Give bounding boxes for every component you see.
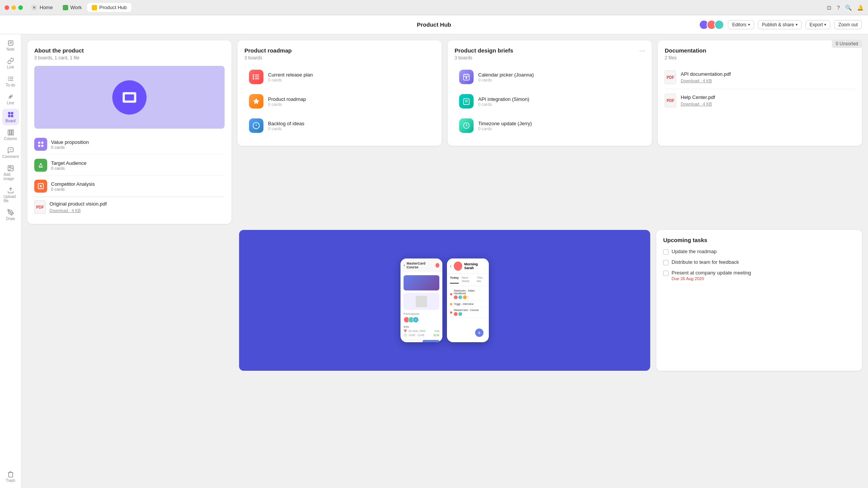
dot-1	[450, 293, 452, 295]
svg-rect-9	[11, 115, 13, 117]
maximize-button[interactable]	[18, 5, 23, 10]
product-roadmap-meta: 0 cards	[268, 102, 306, 107]
unsorted-badge[interactable]: 0 Unsorted	[832, 40, 862, 48]
timezone-update-icon	[459, 118, 474, 133]
editor-avatars	[701, 20, 724, 30]
timezone-update-item[interactable]: Timezone update (Jerry) 0 cards	[455, 115, 645, 137]
titlebar: ✕ Home Work Product Hub ⊡ ? 🔍 🔔	[0, 0, 868, 15]
tab-hub[interactable]: Product Hub	[87, 3, 131, 12]
minimize-button[interactable]	[11, 5, 16, 10]
competitor-analysis-meta: 0 cards	[51, 187, 225, 191]
bottom-row: ‹ MasterCard Course Participants	[27, 230, 862, 371]
product-roadmap-name: Product roadmap	[268, 96, 306, 102]
product-roadmap-item[interactable]: Product roadmap 0 cards	[244, 90, 435, 112]
mock-reschedule-btn[interactable]: Reschedule	[404, 340, 421, 342]
design-card-title-group: Product design briefs 3 boards	[455, 47, 513, 66]
publish-share-button[interactable]: Publish & share ▾	[758, 20, 802, 29]
svg-point-29	[41, 165, 43, 166]
sidebar-item-column[interactable]: Column	[2, 127, 19, 143]
current-release-icon	[249, 70, 263, 84]
mock-date-value: 20 June, 2020	[408, 330, 425, 333]
task-check-3[interactable]	[663, 271, 669, 276]
mock-list-item-3: MasterCard - Course	[450, 307, 486, 318]
sidebar-item-add-image[interactable]: Add image	[2, 163, 19, 183]
mock-participants-label: Participants	[404, 312, 439, 316]
sidebar-item-upload[interactable]: Upload file	[2, 185, 19, 205]
help-icon[interactable]: ?	[837, 5, 840, 11]
sidebar-label-add-image: Add image	[4, 172, 18, 181]
target-audience-item[interactable]: Target Audience 0 cards	[34, 155, 225, 176]
backlog-item[interactable]: Backlog of ideas 0 cards	[244, 115, 435, 137]
competitor-analysis-icon	[34, 180, 47, 193]
competitor-analysis-item[interactable]: Competitor Analysis 0 cards	[34, 176, 225, 197]
documentation-subtitle: 2 files	[665, 55, 855, 61]
mock-fab[interactable]: +	[475, 329, 483, 337]
comment-icon	[7, 147, 14, 154]
pdf-download-link[interactable]: Download · 4 KB	[49, 208, 81, 213]
mock-tab-today[interactable]: Today	[450, 276, 459, 284]
add-image-icon	[7, 165, 14, 172]
svg-rect-23	[41, 142, 43, 144]
tab-work[interactable]: Work	[58, 3, 86, 12]
sidebar-item-comment[interactable]: Comment	[2, 145, 19, 161]
calendar-picker-name: Calendar picker (Joanna)	[478, 72, 534, 78]
target-audience-icon	[34, 159, 47, 172]
sidebar-item-draw[interactable]: Draw	[2, 207, 19, 223]
device-icon[interactable]: ⊡	[827, 5, 831, 11]
design-card-subtitle: 3 boards	[455, 55, 513, 61]
design-card-menu[interactable]: ···	[639, 47, 645, 54]
mock-list-item-1-content: Starbucks - Sales Handbook •	[454, 289, 486, 299]
task-check-2[interactable]	[663, 260, 669, 265]
todo-icon	[7, 75, 14, 82]
mock-screen-1-title: MasterCard Course	[407, 262, 434, 269]
svg-rect-24	[38, 145, 40, 147]
sidebar-label-column: Column	[4, 137, 17, 141]
bottom-left-spacer	[27, 230, 233, 371]
upcoming-tasks-card: Upcoming tasks Update the roadmap Distri…	[656, 230, 862, 371]
sidebar-item-todo[interactable]: To-do	[2, 73, 19, 89]
svg-point-26	[40, 163, 42, 165]
help-center-item[interactable]: PDF Help Center.pdf Download · 4 KB	[665, 89, 855, 112]
help-center-download[interactable]: Download · 4 KB	[681, 102, 712, 106]
publish-chevron: ▾	[796, 22, 798, 27]
search-icon[interactable]: 🔍	[845, 5, 852, 11]
sidebar-item-trash[interactable]: Trash	[2, 469, 19, 485]
mock-add-class-btn[interactable]: Add Class	[423, 340, 439, 342]
mock-back-2: ‹	[450, 263, 452, 269]
value-proposition-item[interactable]: Value proposition 0 cards	[34, 134, 225, 155]
notification-icon[interactable]: 🔔	[857, 5, 863, 11]
about-pdf-item[interactable]: PDF Original product vision.pdf Download…	[34, 197, 225, 217]
api-doc-item[interactable]: PDF API documentation.pdf Download · 4 K…	[665, 66, 855, 89]
close-button[interactable]	[5, 5, 9, 10]
backlog-info: Backlog of ideas 0 cards	[268, 121, 304, 131]
svg-point-28	[39, 165, 40, 166]
sidebar-item-line[interactable]: Line	[2, 91, 19, 107]
sidebar-label-upload: Upload file	[4, 195, 18, 203]
mock-tab-next-week[interactable]: Next Week	[462, 276, 474, 284]
mock-screen-2: ‹ Morning Sarah Today Next Week This Mo	[447, 258, 489, 342]
task-item-3: Present at company update meeting Due 26…	[663, 270, 855, 281]
sidebar-item-note[interactable]: Note	[2, 37, 19, 54]
sidebar-item-link[interactable]: Link	[2, 55, 19, 72]
app-title: Product Hub	[417, 21, 451, 28]
tab-home[interactable]: ✕ Home	[27, 3, 57, 12]
mock-list-text-2: Yoggl - Interview	[454, 303, 474, 305]
export-button[interactable]: Export ▾	[806, 20, 831, 29]
api-doc-download[interactable]: Download · 4 KB	[681, 78, 712, 83]
mock-list-avatars-1: •	[454, 295, 486, 299]
mock-screens-container: ‹ MasterCard Course Participants	[400, 258, 489, 342]
api-integration-item[interactable]: API integration (Simon) 0 cards	[455, 90, 645, 112]
mock-info-label: Info	[404, 325, 439, 329]
about-card-image	[34, 66, 225, 129]
task-check-1[interactable]	[663, 249, 669, 255]
mock-back-btn: ‹	[404, 263, 405, 268]
api-integration-icon	[459, 94, 474, 108]
calendar-picker-item[interactable]: Calendar picker (Joanna) 0 cards	[455, 66, 645, 88]
mock-tab-this-mo[interactable]: This Mo	[477, 276, 486, 284]
zoom-out-button[interactable]: Zoom out	[834, 20, 862, 29]
current-release-item[interactable]: Current release plan 0 cards	[244, 66, 435, 88]
editors-button[interactable]: Editors ▾	[728, 20, 754, 29]
sidebar-item-board[interactable]: Board	[2, 109, 19, 125]
pdf-info: Original product vision.pdf Download · 4…	[49, 201, 225, 214]
backlog-name: Backlog of ideas	[268, 121, 304, 126]
